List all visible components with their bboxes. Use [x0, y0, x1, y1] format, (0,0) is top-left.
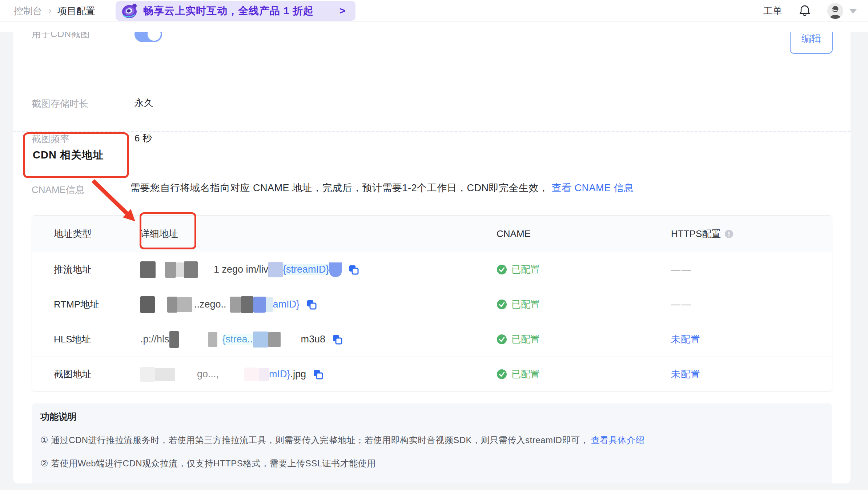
- detail-address: ..zego..amID}: [140, 296, 497, 313]
- redacted-block: [266, 297, 273, 312]
- col-header-cname: CNAME: [497, 228, 671, 240]
- promo-banner-text: 畅享云上实时互动，全线产品 1 折起: [143, 4, 339, 18]
- snapshot-frequency-value: 6 秒: [134, 132, 152, 145]
- cdn-snapshot-label: 用于CDN截图: [32, 32, 90, 40]
- url-fragment: go...,: [197, 369, 219, 380]
- project-config-card: 用于CDN截图 编辑 截图存储时长 永久 截图频率 6 秒 CDN 相关地址 C…: [13, 32, 851, 483]
- cdn-address-table: 地址类型 详细地址 CNAME HTTPS配置 推流地址1 zego im/li…: [32, 215, 832, 392]
- check-circle-icon: [497, 264, 507, 275]
- url-fragment: .jpg: [290, 369, 306, 380]
- redacted-block: [230, 297, 241, 313]
- address-type: 截图地址: [32, 368, 140, 381]
- view-details-link[interactable]: 查看具体介绍: [591, 435, 644, 445]
- redacted-block: [169, 331, 179, 348]
- https-status[interactable]: 未配置: [671, 369, 700, 379]
- col-header-address-type: 地址类型: [32, 228, 140, 240]
- table-row: 截图地址go...,mID}.jpg已配置未配置: [32, 357, 832, 391]
- redacted-block: [253, 297, 266, 313]
- info-icon[interactable]: [724, 229, 734, 238]
- redacted-block: [329, 262, 342, 277]
- redacted-block: [140, 296, 155, 313]
- address-type: RTMP地址: [32, 298, 140, 311]
- redacted-block: [165, 262, 176, 278]
- copy-icon[interactable]: [332, 334, 343, 345]
- breadcrumb: 控制台 › 项目配置: [14, 0, 95, 22]
- cdn-section-title: CDN 相关地址: [33, 148, 104, 162]
- col-header-https: HTTPS配置: [671, 228, 832, 240]
- url-fragment: m3u8: [301, 334, 326, 345]
- table-header-row: 地址类型 详细地址 CNAME HTTPS配置: [32, 216, 832, 252]
- table-row: HLS地址.p://hls{strea..m3u8已配置未配置: [32, 322, 832, 357]
- redacted-block: [177, 297, 192, 312]
- edit-button[interactable]: 编辑: [790, 32, 833, 54]
- url-fragment: ..zego..: [194, 299, 226, 310]
- top-header-bar: 控制台 › 项目配置 畅享云上实时互动，全线产品 1 折起 > 工单: [0, 0, 868, 22]
- check-circle-icon: [497, 334, 507, 345]
- redacted-block: [259, 368, 269, 381]
- toggle-knob: [148, 32, 161, 41]
- copy-icon[interactable]: [313, 369, 324, 380]
- breadcrumb-console[interactable]: 控制台: [14, 5, 42, 17]
- table-row: RTMP地址..zego..amID}已配置——: [32, 287, 832, 322]
- detail-address: go...,mID}.jpg: [140, 367, 497, 382]
- avatar[interactable]: [827, 3, 843, 19]
- redacted-block: [253, 332, 268, 348]
- cname-status: 已配置: [497, 263, 671, 276]
- address-type: HLS地址: [32, 333, 140, 346]
- breadcrumb-separator-icon: ›: [48, 4, 52, 16]
- redacted-block: [268, 262, 283, 277]
- cname-status: 已配置: [497, 333, 671, 346]
- address-type: 推流地址: [32, 263, 140, 276]
- cdn-snapshot-toggle[interactable]: [134, 32, 162, 42]
- redacted-block: [208, 332, 217, 347]
- redacted-block: [268, 332, 281, 347]
- url-fragment: {streamID}: [283, 264, 329, 275]
- snapshot-frequency-label: 截图频率: [32, 133, 69, 145]
- redacted-block: [241, 296, 253, 313]
- promo-arrow-icon: >: [339, 5, 345, 17]
- detail-address: .p://hls{strea..m3u8: [140, 331, 497, 348]
- check-circle-icon: [497, 299, 507, 310]
- redacted-block: [184, 261, 198, 278]
- copy-icon[interactable]: [306, 299, 317, 310]
- cname-info-text: 需要您自行将域名指向对应 CNAME 地址，完成后，预计需要1-2个工作日，CD…: [130, 181, 634, 194]
- url-fragment: mID}: [269, 369, 290, 380]
- ticket-link[interactable]: 工单: [763, 5, 782, 17]
- mascot-icon: [121, 3, 138, 19]
- notification-bell-icon[interactable]: [798, 4, 811, 17]
- redacted-block: [155, 368, 175, 381]
- check-circle-icon: [497, 369, 507, 379]
- breadcrumb-project-config: 项目配置: [57, 5, 95, 17]
- note-line-1: ① 通过CDN进行推拉流服务时，若使用第三方推拉流工具，则需要传入完整地址；若使…: [40, 434, 824, 446]
- snapshot-storage-label: 截图存储时长: [32, 97, 88, 110]
- note-line-2: ② 若使用Web端进行CDN观众拉流，仅支持HTTPS格式，需要上传SSL证书才…: [40, 458, 824, 469]
- redacted-block: [176, 262, 184, 277]
- url-fragment: 1 zego im/liv: [214, 264, 268, 275]
- redacted-block: [140, 367, 155, 382]
- url-fragment: amID}: [273, 299, 300, 310]
- https-status[interactable]: 未配置: [671, 334, 700, 345]
- header-lower-strip: [0, 22, 868, 32]
- cname-info-label: CNAME信息: [32, 184, 85, 196]
- col-header-detail-address: 详细地址: [140, 228, 497, 240]
- table-row: 推流地址1 zego im/liv{streamID}已配置——: [32, 252, 832, 287]
- promo-banner[interactable]: 畅享云上实时互动，全线产品 1 折起 >: [116, 1, 355, 21]
- feature-notes-panel: 功能说明 ① 通过CDN进行推拉流服务时，若使用第三方推拉流工具，则需要传入完整…: [32, 403, 832, 483]
- url-fragment: .p://hls: [140, 334, 169, 345]
- copy-icon[interactable]: [348, 264, 359, 275]
- chevron-down-icon[interactable]: [849, 9, 857, 13]
- detail-address: 1 zego im/liv{streamID}: [140, 261, 497, 278]
- cname-status: 已配置: [497, 368, 671, 381]
- view-cname-link[interactable]: 查看 CNAME 信息: [552, 182, 634, 193]
- section-divider: [13, 131, 851, 132]
- redacted-block: [244, 368, 259, 381]
- cname-status: 已配置: [497, 298, 671, 311]
- snapshot-storage-value: 永久: [134, 97, 153, 109]
- https-status: ——: [671, 299, 692, 310]
- notes-title: 功能说明: [40, 411, 824, 423]
- redacted-block: [140, 261, 156, 278]
- user-menu[interactable]: [827, 3, 857, 19]
- redacted-block: [167, 297, 177, 313]
- https-status: ——: [671, 264, 692, 275]
- url-fragment: {strea..: [222, 334, 253, 345]
